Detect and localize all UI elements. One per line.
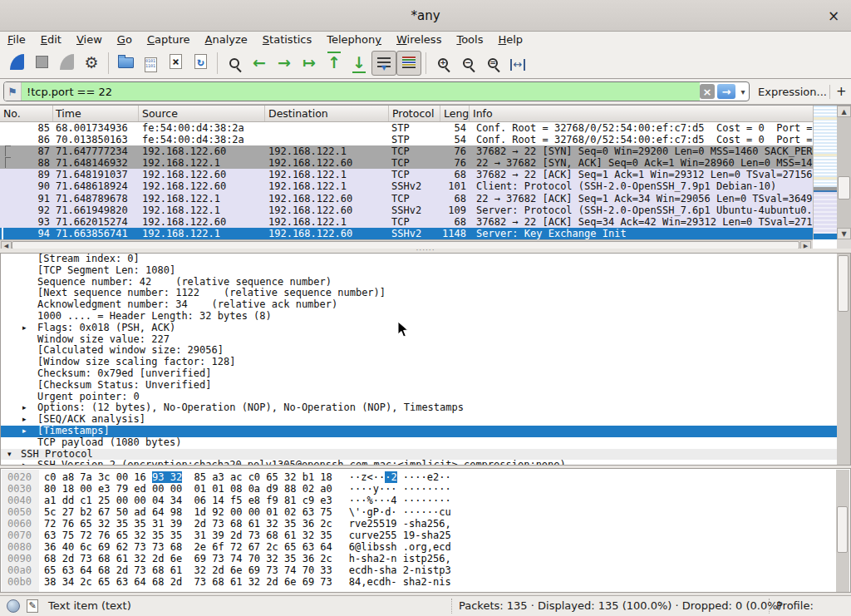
display-filter-input[interactable]: !tcp.port == 22 [22, 82, 700, 101]
hex-row[interactable]: 00b038 34 2c 65 63 64 68 2d 73 68 61 32 … [1, 576, 850, 588]
detail-line[interactable]: Urgent pointer: 0 [1, 392, 850, 403]
go-previous-button[interactable]: ← [247, 51, 272, 76]
vscroll-thumb[interactable] [838, 176, 850, 200]
column-header-destination[interactable]: Destination [265, 106, 389, 121]
packet-row[interactable]: 8568.001734936fe:54:00:d4:38:2aSTP54Conf… [0, 122, 837, 134]
detail-line[interactable]: [Calculated window size: 29056] [1, 345, 850, 357]
hex-row[interactable]: 007063 75 72 76 65 32 35 35 31 39 2d 73 … [1, 530, 850, 541]
hex-row[interactable]: 006072 76 65 32 35 35 31 39 2d 73 68 61 … [1, 518, 850, 530]
detail-line[interactable]: ▾SSH Protocol [1, 449, 850, 461]
zoom-out-button[interactable]: − [455, 51, 480, 76]
zoom-original-button[interactable]: = [480, 51, 505, 76]
expand-icon[interactable]: ▸ [22, 402, 27, 414]
hex-row[interactable]: 009068 2d 73 68 61 32 2d 6e 69 73 74 70 … [1, 553, 850, 564]
detail-line[interactable]: Sequence number: 42 (relative sequence n… [1, 277, 850, 288]
menu-help[interactable]: Help [490, 32, 530, 48]
resize-columns-button[interactable]: ↔ [505, 51, 530, 76]
find-packet-button[interactable] [222, 51, 247, 76]
hex-scroll-thumb[interactable] [837, 506, 848, 553]
filter-dropdown-icon[interactable]: ▾ [737, 87, 749, 96]
expand-icon[interactable]: ▸ [22, 323, 27, 334]
restart-capture-button[interactable] [54, 51, 79, 76]
packet-row[interactable]: 8871.648146932192.168.122.1192.168.122.6… [0, 157, 837, 169]
detail-line[interactable]: [Checksum Status: Unverified] [1, 380, 850, 392]
column-header-length[interactable]: Length [440, 106, 470, 121]
expand-icon[interactable]: ▸ [22, 460, 27, 466]
column-header-info[interactable]: Info [470, 106, 837, 121]
menu-view[interactable]: View [69, 32, 110, 48]
packet-row[interactable]: 8971.648191037192.168.122.60192.168.122.… [0, 169, 837, 180]
close-file-button[interactable]: × [163, 51, 188, 76]
detail-line[interactable]: ▸Options: (12 bytes), No-Operation (NOP)… [1, 402, 850, 414]
go-first-button[interactable]: ↑ [322, 51, 347, 76]
scroll-up-icon[interactable]: ▲ [837, 106, 851, 117]
capture-options-button[interactable]: ⚙ [79, 51, 104, 76]
detail-line[interactable]: 1000 .... = Header Length: 32 bytes (8) [1, 311, 850, 323]
filter-clear-icon[interactable]: × [700, 84, 715, 99]
detail-line[interactable]: Acknowledgment number: 34 (relative ack … [1, 299, 850, 311]
packet-row[interactable]: 9071.648618924192.168.122.60192.168.122.… [0, 180, 837, 192]
zoom-in-button[interactable]: + [430, 51, 455, 76]
hex-row[interactable]: 00505c 27 b2 67 50 ad 64 98 1d 92 00 00 … [1, 506, 850, 518]
go-next-button[interactable]: → [272, 51, 297, 76]
start-capture-button[interactable] [4, 51, 29, 76]
hex-row[interactable]: 0040a1 dd c1 25 00 00 04 34 06 14 f5 e8 … [1, 495, 850, 506]
menu-go[interactable]: Go [110, 32, 140, 48]
open-file-button[interactable] [113, 51, 138, 76]
details-vscrollbar[interactable] [837, 254, 850, 465]
hex-row[interactable]: 008036 40 6c 69 62 73 73 68 2e 6f 72 67 … [1, 541, 850, 553]
reload-file-button[interactable]: ↻ [188, 51, 213, 76]
packet-row[interactable]: 8670.013850163fe:54:00:d4:38:2aSTP54Conf… [0, 134, 837, 145]
hex-row[interactable]: 00a065 63 64 68 2d 73 68 61 32 2d 6e 69 … [1, 564, 850, 576]
save-file-button[interactable]: 01011101 [138, 51, 163, 76]
menu-file[interactable]: File [0, 32, 33, 48]
detail-line[interactable]: [Window size scaling factor: 128] [1, 357, 850, 368]
auto-scroll-button[interactable]: ▼ [371, 51, 396, 76]
expand-icon[interactable]: ▸ [22, 426, 27, 437]
detail-line[interactable]: ▸[SEQ/ACK analysis] [1, 414, 850, 426]
menu-wireless[interactable]: Wireless [389, 32, 449, 48]
expand-icon[interactable]: ▸ [22, 414, 27, 426]
column-header-protocol[interactable]: Protocol [389, 106, 440, 121]
filter-apply-icon[interactable]: → [717, 84, 735, 99]
packet-row[interactable]: 9471.663856741192.168.122.1192.168.122.6… [0, 228, 837, 239]
collapse-icon[interactable]: ▾ [7, 449, 12, 461]
go-to-packet-button[interactable]: ↦ [297, 51, 322, 76]
menu-edit[interactable]: Edit [33, 32, 69, 48]
packet-list-vscrollbar[interactable]: ▲ ▼ [837, 106, 851, 249]
add-filter-button[interactable]: + [836, 79, 847, 105]
capture-comment-icon[interactable]: ✎ [27, 599, 38, 613]
filter-bookmark-icon[interactable]: ⚑ [4, 82, 22, 101]
packet-row[interactable]: 8771.647777234192.168.122.60192.168.122.… [0, 145, 837, 157]
detail-line[interactable]: [Stream index: 0] [1, 254, 850, 265]
scroll-down-icon[interactable]: ▼ [837, 228, 851, 239]
stop-capture-button[interactable] [29, 51, 54, 76]
menu-analyze[interactable]: Analyze [198, 32, 255, 48]
hex-row[interactable]: 0020c0 a8 7a 3c 00 16 93 32 85 a3 ac c0 … [1, 471, 850, 483]
expert-info-icon[interactable] [7, 599, 20, 613]
title-bar[interactable]: *any × [0, 0, 851, 32]
column-header-no[interactable]: No. [0, 106, 53, 121]
go-last-button[interactable]: ↓ [347, 51, 371, 76]
column-header-time[interactable]: Time [53, 106, 139, 121]
menu-telephony[interactable]: Telephony [319, 32, 389, 48]
expression-button[interactable]: Expression... [758, 79, 827, 105]
details-scroll-thumb[interactable] [838, 255, 849, 312]
packet-row[interactable]: 9271.661949820192.168.122.1192.168.122.6… [0, 205, 837, 216]
packet-list-minimap[interactable] [813, 106, 837, 239]
packet-row[interactable]: 9171.648789678192.168.122.1192.168.122.6… [0, 193, 837, 205]
detail-line[interactable]: TCP payload (1080 bytes) [1, 437, 850, 449]
colorize-button[interactable] [396, 51, 421, 76]
menu-tools[interactable]: Tools [449, 32, 490, 48]
detail-line[interactable]: ▸SSH Version 2 (encryption:chacha20-poly… [1, 460, 850, 466]
column-header-source[interactable]: Source [139, 106, 265, 121]
detail-line[interactable]: [TCP Segment Len: 1080] [1, 265, 850, 277]
menu-capture[interactable]: Capture [140, 32, 198, 48]
menu-statistics[interactable]: Statistics [255, 32, 319, 48]
detail-line[interactable]: [Next sequence number: 1122 (relative se… [1, 288, 850, 299]
detail-line[interactable]: ▸[Timestamps] [1, 426, 850, 437]
profile-text[interactable]: Profile: Default [776, 596, 851, 616]
detail-line[interactable]: Window size value: 227 [1, 334, 850, 346]
packet-row[interactable]: 9371.662015274192.168.122.60192.168.122.… [0, 216, 837, 228]
hex-vscrollbar[interactable] [836, 470, 849, 593]
